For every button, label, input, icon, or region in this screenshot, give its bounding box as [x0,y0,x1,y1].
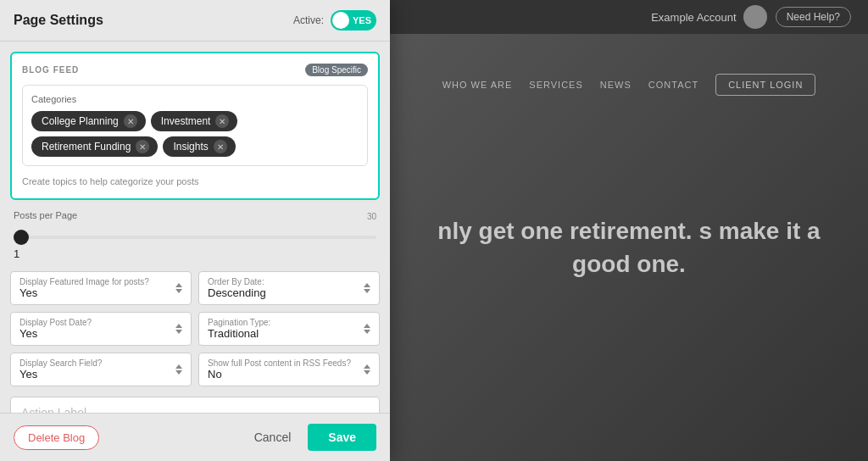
chevron-down-icon [175,289,182,293]
account-name: Example Account [651,11,736,24]
dropdowns-grid: Display Featured Image for posts? Yes Or… [10,271,380,386]
action-label-section: Use a custom action label for blog post … [10,397,380,413]
dropdown-value: Yes [19,327,92,340]
chevron-icon [175,324,182,334]
tag-label: Retirement Funding [42,141,131,153]
dropdown-order-by-date[interactable]: Order By Date: Descending [198,271,380,305]
chevron-icon [175,364,182,375]
tag-investment[interactable]: Investment ✕ [151,111,238,131]
dropdown-value: Descending [208,286,266,299]
avatar [743,5,767,29]
dropdown-display-search-field[interactable]: Display Search Field? Yes [10,353,192,386]
posts-per-page-section: Posts per Page 30 1 [10,210,380,261]
panel-footer: Delete Blog Cancel Save [0,413,390,461]
blog-feed-section: BLOG FEED Blog Specific Categories Colle… [10,52,380,200]
dropdown-sublabel: Show full Post content in RSS Feeds? [208,358,351,368]
chevron-up-icon [364,324,370,328]
hero-text: nly get one retirement. s make it a good… [390,197,868,297]
chevron-icon [364,364,370,375]
nav-news: NEWS [600,80,632,90]
chevron-up-icon [364,283,370,287]
chevron-up-icon [175,283,182,287]
action-label-input[interactable] [10,397,380,413]
dropdown-pagination-type[interactable]: Pagination Type: Traditional [198,312,380,346]
categories-label: Categories [31,94,359,104]
tag-college-planning[interactable]: College Planning ✕ [31,111,146,131]
dropdown-sublabel: Pagination Type: [208,318,270,327]
dropdown-value: Yes [19,368,102,380]
dropdown-display-post-date[interactable]: Display Post Date? Yes [10,312,192,346]
dropdown-display-featured-image[interactable]: Display Featured Image for posts? Yes [10,271,192,305]
delete-blog-button[interactable]: Delete Blog [14,425,99,450]
panel-body: BLOG FEED Blog Specific Categories Colle… [0,42,390,413]
nav-services: SERVICES [529,80,582,90]
tag-label: College Planning [42,115,119,127]
remove-retirement-funding[interactable]: ✕ [136,140,149,153]
remove-investment[interactable]: ✕ [215,114,229,128]
chevron-down-icon [364,370,370,375]
help-button[interactable]: Need Help? [776,7,851,27]
slider-container: 30 [14,227,376,242]
dropdown-sublabel: Order By Date: [208,277,266,286]
active-label: Active: [293,14,324,26]
toggle-text: YES [353,15,371,25]
chevron-icon [364,283,370,293]
dropdown-sublabel: Display Featured Image for posts? [19,277,149,286]
chevron-icon [175,283,182,293]
panel-title: Page Settings [14,13,103,28]
chevron-down-icon [175,370,182,375]
section-label: BLOG FEED [22,65,79,75]
dropdown-sublabel: Display Search Field? [19,358,102,368]
categories-box: Categories College Planning ✕ Investment… [22,85,368,166]
section-header: BLOG FEED Blog Specific [22,64,368,76]
active-row: Active: YES [293,10,376,31]
chevron-down-icon [364,289,370,293]
chevron-icon [364,324,370,334]
blog-specific-badge: Blog Specific [305,64,368,76]
client-login: CLIENT LOGIN [715,74,815,96]
tags-row: College Planning ✕ Investment ✕ Retireme… [31,111,359,157]
active-toggle[interactable]: YES [331,10,376,31]
dropdown-value: Yes [19,286,149,299]
chevron-up-icon [364,364,370,369]
dropdown-sublabel: Display Post Date? [19,318,92,327]
footer-right: Cancel Save [248,424,376,451]
toggle-knob [332,12,349,29]
nav-who-we-are: WHO WE ARE [442,80,513,90]
dropdown-rss-feeds[interactable]: Show full Post content in RSS Feeds? No [198,353,380,386]
cancel-button[interactable]: Cancel [248,425,298,449]
tag-retirement-funding[interactable]: Retirement Funding ✕ [31,136,158,157]
save-button[interactable]: Save [308,424,376,451]
remove-insights[interactable]: ✕ [214,140,227,153]
remove-college-planning[interactable]: ✕ [124,114,137,128]
tag-label: Investment [161,115,211,127]
chevron-down-icon [175,330,182,334]
page-settings-panel: Page Settings Active: YES BLOG FEED Blog… [0,0,390,461]
nav-contact: CONTACT [648,80,698,90]
nav-bar: WHO WE ARE SERVICES NEWS CONTACT CLIENT … [390,68,868,102]
posts-slider[interactable] [14,236,376,239]
chevron-up-icon [175,364,182,369]
slider-max: 30 [367,212,376,221]
categories-helper: Create topics to help categorize your po… [22,176,199,186]
tag-label: Insights [173,141,208,153]
account-info: Example Account [651,5,766,29]
posts-per-page-label: Posts per Page [14,210,376,220]
chevron-up-icon [175,324,182,328]
chevron-down-icon [364,330,370,334]
dropdown-value: No [208,368,351,380]
tag-insights[interactable]: Insights ✕ [163,136,235,157]
slider-value: 1 [14,247,19,260]
dropdown-value: Traditional [208,327,270,340]
panel-header: Page Settings Active: YES [0,0,390,42]
